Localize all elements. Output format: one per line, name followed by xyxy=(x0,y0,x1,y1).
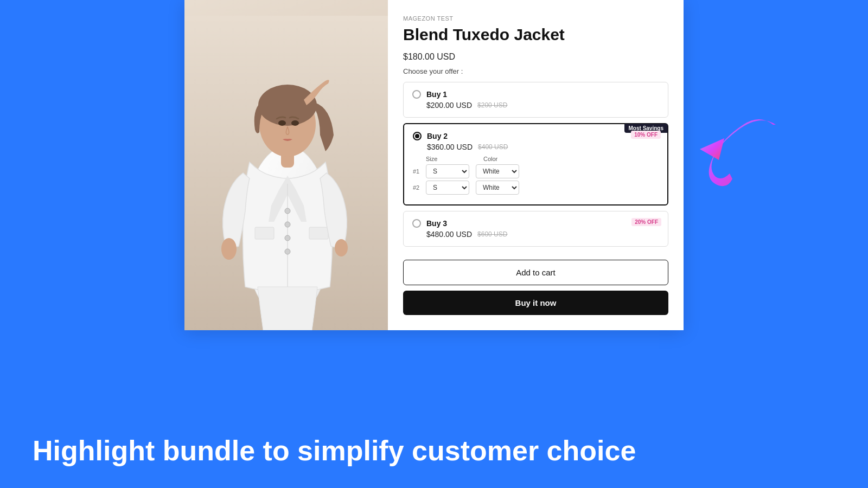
svg-point-4 xyxy=(285,222,290,227)
variant1-color-select[interactable]: White Black Blue Red xyxy=(476,164,519,178)
offer-buy2-price: $360.00 USD xyxy=(427,143,473,151)
product-title: Blend Tuxedo Jacket xyxy=(403,25,668,44)
svg-point-13 xyxy=(258,85,317,126)
svg-point-10 xyxy=(335,239,348,256)
variant-num-1: #1 xyxy=(413,168,426,175)
offer-buy1[interactable]: Buy 1 $200.00 USD $200 USD xyxy=(403,82,668,118)
top-section: MAGEZON TEST Blend Tuxedo Jacket $180.00… xyxy=(0,0,868,330)
tagline-text: Highlight bundle to simplify customer ch… xyxy=(33,435,835,467)
variant-num-2: #2 xyxy=(413,184,426,191)
product-details: MAGEZON TEST Blend Tuxedo Jacket $180.00… xyxy=(388,0,684,330)
variant2-color-select[interactable]: White Black Blue Red xyxy=(476,181,519,195)
bottom-tagline: Highlight bundle to simplify customer ch… xyxy=(0,414,868,488)
offer-buy2[interactable]: Most Savings Buy 2 $360.00 USD $400 USD … xyxy=(403,123,668,206)
svg-point-15 xyxy=(291,120,299,126)
offer-buy2-discount: 10% OFF xyxy=(631,131,661,139)
svg-rect-7 xyxy=(255,227,274,239)
color-col-header: Color xyxy=(483,156,538,162)
variant-row-1: #1 XS S M L XL White Black Blue Red xyxy=(413,164,659,178)
offer-buy3[interactable]: Buy 3 $480.00 USD $600 USD 20% OFF xyxy=(403,211,668,247)
variant-row-2: #2 XS S M L XL White Black Blue Red xyxy=(413,181,659,195)
add-to-cart-button[interactable]: Add to cart xyxy=(403,260,668,285)
radio-buy1[interactable] xyxy=(412,90,421,99)
offer-buy1-label: Buy 1 xyxy=(426,90,447,99)
choose-offer-label: Choose your offer : xyxy=(403,67,668,75)
offer-buy3-discount: 20% OFF xyxy=(631,218,661,226)
variant2-size-select[interactable]: XS S M L XL xyxy=(426,181,469,195)
offer-buy2-original-price: $400 USD xyxy=(478,143,508,151)
variants-table: Size Color #1 XS S M L XL xyxy=(413,156,659,195)
offer-buy2-label: Buy 2 xyxy=(427,132,448,140)
arrow-decoration xyxy=(684,108,781,190)
size-col-header: Size xyxy=(413,156,483,162)
product-image-area xyxy=(184,0,388,330)
product-price: $180.00 USD xyxy=(403,52,668,62)
svg-point-6 xyxy=(285,249,290,254)
offer-buy1-original-price: $200 USD xyxy=(477,101,507,109)
offer-buy1-price: $200.00 USD xyxy=(426,101,472,110)
radio-buy3[interactable] xyxy=(412,219,421,228)
buy-it-now-button[interactable]: Buy it now xyxy=(403,291,668,315)
product-card: MAGEZON TEST Blend Tuxedo Jacket $180.00… xyxy=(184,0,684,330)
offer-buy3-price: $480.00 USD xyxy=(426,230,472,239)
brand-name: MAGEZON TEST xyxy=(403,15,668,22)
offer-buy3-original-price: $600 USD xyxy=(477,230,507,238)
radio-buy2[interactable] xyxy=(413,132,422,140)
svg-point-14 xyxy=(278,120,286,126)
svg-rect-8 xyxy=(309,227,328,239)
variant1-size-select[interactable]: XS S M L XL xyxy=(426,164,469,178)
svg-point-5 xyxy=(285,235,290,241)
product-image-placeholder xyxy=(184,0,388,330)
svg-point-9 xyxy=(221,238,237,260)
svg-marker-16 xyxy=(700,138,724,160)
svg-point-3 xyxy=(285,208,290,214)
offer-buy3-label: Buy 3 xyxy=(426,219,447,228)
